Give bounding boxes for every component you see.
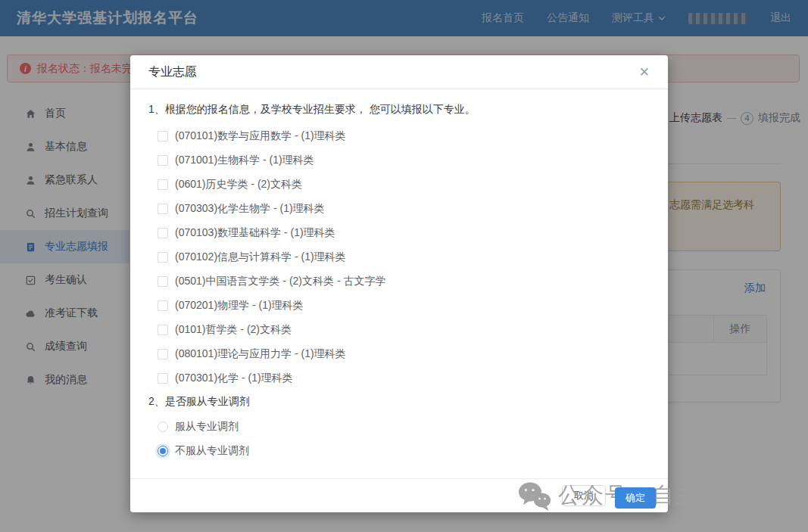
checkbox[interactable] — [158, 204, 168, 214]
major-option[interactable]: (0601)历史学类 - (2)文科类 — [158, 173, 650, 197]
checkbox[interactable] — [158, 131, 168, 142]
checkbox[interactable] — [158, 228, 168, 238]
major-option[interactable]: (070101)数学与应用数学 - (1)理科类 — [158, 124, 650, 148]
modal-title: 专业志愿 — [148, 64, 197, 80]
major-option[interactable]: (0101)哲学类 - (2)文科类 — [158, 318, 650, 342]
question-2-label: 2、是否服从专业调剂 — [148, 395, 650, 410]
radio-unchecked[interactable] — [158, 422, 168, 432]
checkbox[interactable] — [158, 179, 168, 190]
modal-footer: 取消 — [130, 478, 668, 512]
major-option[interactable]: (070301)化学 - (1)理科类 — [158, 366, 650, 390]
adjustment-radio-group: 服从专业调剂 不服从专业调剂 — [158, 415, 650, 463]
modal-body: 1、根据您的报名信息，及学校专业招生要求， 您可以填报以下专业。 (070101… — [130, 89, 668, 463]
radio-option-obey[interactable]: 服从专业调剂 — [158, 415, 650, 439]
checkbox[interactable] — [158, 252, 168, 263]
major-option[interactable]: (070201)物理学 - (1)理科类 — [158, 294, 650, 318]
major-option[interactable]: (080101)理论与应用力学 - (1)理科类 — [158, 342, 650, 366]
major-option[interactable]: (070303)化学生物学 - (1)理科类 — [158, 197, 650, 221]
major-preference-modal: 专业志愿 ✕ 1、根据您的报名信息，及学校专业招生要求， 您可以填报以下专业。 … — [130, 55, 668, 512]
radio-checked[interactable] — [158, 446, 168, 456]
app-root: 清华大学强基计划报名平台 报名首页 公告通知 测评工具 退出 i 报名状态：报名… — [0, 0, 808, 532]
close-icon[interactable]: ✕ — [639, 66, 650, 79]
radio-option-not-obey[interactable]: 不服从专业调剂 — [158, 439, 650, 463]
checkbox[interactable] — [158, 325, 168, 335]
checkbox[interactable] — [158, 276, 168, 287]
major-option[interactable]: (0501)中国语言文学类 - (2)文科类 - 古文字学 — [158, 269, 650, 294]
modal-header: 专业志愿 ✕ — [130, 55, 668, 89]
cancel-button[interactable]: 取消 — [562, 485, 606, 506]
major-option[interactable]: (070103)数理基础科学 - (1)理科类 — [158, 221, 650, 245]
major-checkbox-list: (070101)数学与应用数学 - (1)理科类 (071001)生物科学 - … — [158, 124, 650, 390]
checkbox[interactable] — [158, 155, 168, 166]
checkbox[interactable] — [158, 300, 168, 311]
major-option[interactable]: (071001)生物科学 - (1)理科类 — [158, 148, 650, 173]
checkbox[interactable] — [158, 349, 168, 359]
confirm-button[interactable]: 确定 — [615, 487, 656, 509]
checkbox[interactable] — [158, 373, 168, 384]
question-1-label: 1、根据您的报名信息，及学校专业招生要求， 您可以填报以下专业。 — [148, 103, 650, 118]
major-option[interactable]: (070102)信息与计算科学 - (1)理科类 — [158, 245, 650, 269]
